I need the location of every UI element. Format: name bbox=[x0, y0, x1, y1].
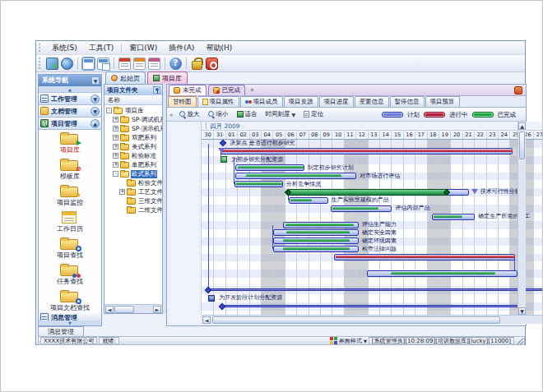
summary-bar[interactable] bbox=[220, 148, 513, 154]
sidebar-item-项目文档查找[interactable]: 项目文档查找 bbox=[39, 288, 101, 314]
sidebar-item-项目查找[interactable]: 项目查找 bbox=[39, 235, 101, 261]
calendar-orange-icon[interactable] bbox=[133, 58, 146, 70]
view-tab-项目进度[interactable]: 项目进度 bbox=[319, 96, 354, 107]
sidebar-collapse-button[interactable]: ▼ bbox=[91, 76, 100, 85]
tree-node-欧式系列[interactable]: -欧式系列 bbox=[113, 169, 157, 178]
panel-close-button[interactable] bbox=[514, 86, 522, 95]
project-span-bar[interactable] bbox=[222, 305, 522, 307]
globe-icon[interactable] bbox=[61, 58, 73, 70]
scroll-thumb[interactable] bbox=[212, 316, 500, 324]
view-tab-甘特图[interactable]: 甘特图 bbox=[168, 96, 197, 107]
status-tab-未完成[interactable]: 未完成 bbox=[169, 85, 207, 95]
sidebar-section-2[interactable]: 文档管理▼ bbox=[39, 105, 101, 118]
tree-node-三维文件[interactable]: 三维文件 bbox=[119, 196, 162, 205]
style-selector[interactable]: 界面样式 ▼ bbox=[339, 337, 367, 345]
view-tab-变更信息[interactable]: 变更信息 bbox=[355, 96, 389, 107]
task-bar[interactable] bbox=[331, 205, 392, 212]
scroll-right-icon[interactable]: ► bbox=[153, 306, 161, 313]
menu-item-4[interactable]: 插件(A) bbox=[163, 41, 200, 55]
sidebar-item-任务查找[interactable]: 任务查找 bbox=[39, 261, 101, 288]
task-bar[interactable] bbox=[283, 222, 359, 228]
sidebar-item-模板库[interactable]: ⊘模板库 bbox=[39, 156, 101, 182]
task-bar[interactable] bbox=[273, 238, 359, 244]
time-scale-dropdown[interactable]: 时间刻度▼ bbox=[263, 109, 299, 119]
expand-icon[interactable]: + bbox=[113, 144, 118, 150]
sidebar-section-3[interactable]: 项目管理▲ bbox=[39, 118, 101, 130]
collapse-icon[interactable]: - bbox=[106, 108, 112, 113]
zoom-in-button[interactable]: 放大 bbox=[177, 109, 202, 119]
resize-grip[interactable] bbox=[517, 338, 523, 344]
doc-tab-起始页[interactable]: 起始页 bbox=[105, 71, 146, 84]
stop-icon[interactable] bbox=[206, 58, 218, 70]
tree-node-项目库[interactable]: -项目库 bbox=[106, 106, 145, 115]
menu-item-3[interactable]: 窗口(W) bbox=[123, 41, 163, 55]
view-tab-项目预算[interactable]: 项目预算 bbox=[425, 96, 460, 107]
calendar-pink-icon[interactable] bbox=[148, 58, 160, 70]
sidebar-item-工作日历[interactable]: 工作日历 bbox=[39, 209, 101, 235]
cascade-icon[interactable] bbox=[97, 58, 109, 70]
chevron-up-icon[interactable]: ▲ bbox=[90, 119, 100, 128]
lock-icon[interactable] bbox=[191, 58, 203, 70]
tree-node-二维文件[interactable]: 二维文件 bbox=[119, 205, 162, 214]
help-icon[interactable] bbox=[169, 58, 182, 70]
expand-icon[interactable]: + bbox=[113, 117, 118, 122]
tree-node-美式系列[interactable]: +美式系列 bbox=[113, 142, 157, 151]
scroll-thumb[interactable] bbox=[114, 306, 134, 313]
expand-icon[interactable]: + bbox=[113, 135, 118, 141]
expand-icon[interactable]: + bbox=[119, 189, 125, 195]
sidebar-item-项目库[interactable]: ▶项目库 bbox=[39, 130, 101, 156]
tree-node-检验文件[interactable]: 检验文件 bbox=[119, 178, 162, 187]
doc-tab-项目库[interactable]: 项目库 bbox=[147, 71, 188, 84]
expand-icon[interactable]: + bbox=[113, 162, 118, 168]
task-bar[interactable] bbox=[289, 197, 328, 204]
task-bar[interactable] bbox=[432, 214, 475, 220]
task-bar[interactable] bbox=[235, 173, 356, 179]
collapse-box-icon[interactable]: − bbox=[208, 295, 215, 302]
sidebar-item-项目监控[interactable]: ★项目监控 bbox=[39, 182, 101, 209]
task-bar[interactable] bbox=[273, 229, 359, 236]
gantt-vertical-scrollbar[interactable]: ▲ ▼ bbox=[517, 122, 526, 316]
tree-node-检验标准[interactable]: +检验标准 bbox=[113, 151, 157, 160]
tree-node-SP-演示机系[interactable]: +SP-演示机系 bbox=[113, 124, 162, 133]
tree-column-header[interactable]: 名称 bbox=[104, 95, 162, 105]
sidebar-collapse-strip[interactable]: ▲ bbox=[39, 86, 101, 93]
scroll-up-icon[interactable]: ▲ bbox=[518, 122, 526, 130]
tree-node-工艺文件[interactable]: +工艺文件 bbox=[119, 187, 162, 196]
sidebar-section-bottom[interactable]: 消息管理 bbox=[39, 311, 101, 321]
collapse-icon[interactable]: - bbox=[113, 171, 118, 177]
pin-icon[interactable] bbox=[153, 86, 160, 94]
tree-node-双肥系列[interactable]: +双肥系列 bbox=[113, 133, 157, 142]
task-bar[interactable] bbox=[234, 181, 283, 187]
view-tab-项目成员[interactable]: 项目成员 bbox=[240, 96, 283, 107]
view-tab-项目资源[interactable]: 项目资源 bbox=[284, 96, 318, 107]
summary-bar[interactable] bbox=[334, 254, 515, 261]
status-tab-已完成[interactable]: 已完成 bbox=[208, 85, 246, 95]
scroll-left-icon[interactable]: ◄ bbox=[105, 306, 114, 313]
scroll-left-icon[interactable]: ◄ bbox=[202, 316, 211, 324]
fit-button[interactable]: 适合 bbox=[234, 109, 260, 119]
screen-icon[interactable] bbox=[46, 58, 58, 70]
menu-item-2[interactable]: 工具(T) bbox=[83, 41, 120, 55]
view-tab-暂停信息[interactable]: 暂停信息 bbox=[390, 96, 425, 107]
locate-button[interactable]: 定位 bbox=[301, 109, 326, 119]
collapse-box-icon[interactable]: − bbox=[220, 156, 227, 163]
sidebar-section-1[interactable]: 工作管理▼ bbox=[39, 93, 101, 105]
tree-node-SP-调试机系[interactable]: +SP-调试机系 bbox=[113, 115, 162, 124]
expand-icon[interactable]: + bbox=[113, 126, 118, 131]
calendar-red-icon[interactable] bbox=[118, 58, 131, 70]
task-bar[interactable] bbox=[367, 270, 517, 277]
menu-item-1[interactable]: 系统(S) bbox=[46, 41, 83, 55]
view-tab-项目属性[interactable]: 项目属性 bbox=[197, 96, 239, 107]
chevron-down-icon[interactable]: ▼ bbox=[90, 107, 100, 116]
sidebar-bottom-section[interactable]: 消息管理 bbox=[39, 311, 101, 321]
menu-item-5[interactable]: 帮助(H) bbox=[200, 41, 238, 55]
project-span-line[interactable] bbox=[208, 288, 543, 291]
sidebar-bottom-chevron[interactable]: ▼ bbox=[39, 321, 101, 325]
scroll-down-icon[interactable]: ▼ bbox=[518, 307, 526, 315]
task-bar[interactable] bbox=[235, 164, 304, 171]
window-icon[interactable] bbox=[82, 58, 95, 70]
zoom-out-button[interactable]: 缩小 bbox=[206, 109, 231, 119]
tab-overflow-icon[interactable]: » bbox=[250, 86, 254, 94]
gantt-horizontal-scrollbar[interactable]: ◄ ► bbox=[202, 315, 543, 324]
task-bar[interactable] bbox=[273, 246, 359, 252]
